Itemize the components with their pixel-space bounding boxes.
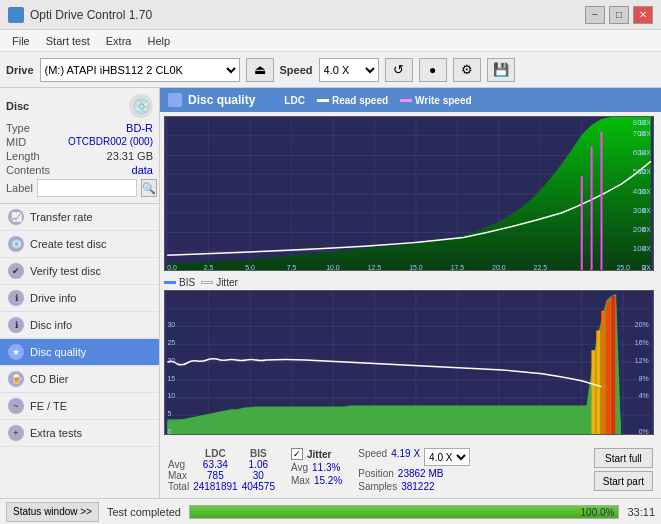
svg-text:12X: 12X: [639, 168, 652, 175]
window-controls: − □ ✕: [585, 6, 653, 24]
svg-text:25.0: 25.0: [616, 264, 630, 271]
svg-text:17.5: 17.5: [451, 264, 465, 271]
samples-value: 381222: [401, 481, 434, 492]
ldc-total: 24181891: [193, 481, 238, 492]
type-value: BD-R: [126, 122, 153, 134]
app-icon: [8, 7, 24, 23]
svg-rect-78: [611, 296, 615, 434]
drive-label: Drive: [6, 64, 34, 76]
sidebar-item-verify-test-disc[interactable]: ✔ Verify test disc: [0, 258, 159, 285]
close-button[interactable]: ✕: [633, 6, 653, 24]
minimize-button[interactable]: −: [585, 6, 605, 24]
speed-position-stats: Speed 4.19 X 4.0 X Position 23862 MB Sam…: [358, 448, 470, 492]
max-label: Max: [168, 470, 189, 481]
settings-button[interactable]: ⚙: [453, 58, 481, 82]
menu-start-test[interactable]: Start test: [38, 33, 98, 49]
jitter-checkbox[interactable]: ✓: [291, 448, 303, 460]
disc-label-btn[interactable]: 🔍: [141, 179, 157, 197]
ldc-color: [269, 99, 281, 102]
burn-button[interactable]: ●: [419, 58, 447, 82]
position-label: Position: [358, 468, 394, 479]
menubar: File Start test Extra Help: [0, 30, 661, 52]
svg-text:0.0: 0.0: [167, 264, 177, 271]
refresh-button[interactable]: ↺: [385, 58, 413, 82]
sidebar-label-drive-info: Drive info: [30, 292, 76, 304]
svg-text:5: 5: [167, 410, 171, 417]
svg-text:8%: 8%: [639, 375, 649, 382]
speed-stat-select[interactable]: 4.0 X: [424, 448, 470, 466]
length-value: 23.31 GB: [107, 150, 153, 162]
sidebar-item-disc-quality[interactable]: ★ Disc quality: [0, 339, 159, 366]
svg-rect-76: [601, 311, 605, 434]
save-button[interactable]: 💾: [487, 58, 515, 82]
menu-extra[interactable]: Extra: [98, 33, 140, 49]
toolbar: Drive (M:) ATAPI iHBS112 2 CL0K ⏏ Speed …: [0, 52, 661, 88]
sidebar-label-extra-tests: Extra tests: [30, 427, 82, 439]
start-part-button[interactable]: Start part: [594, 471, 653, 491]
ldc-avg: 63.34: [193, 459, 238, 470]
legend-write-speed: Write speed: [400, 95, 472, 106]
chart2-legend: BIS Jitter: [164, 277, 657, 288]
svg-text:25: 25: [167, 339, 175, 346]
charts-container: 0 100 200 300 400 500 600 700 800 2X 4X …: [160, 112, 661, 498]
legend-read-speed: Read speed: [317, 95, 388, 106]
svg-rect-74: [591, 350, 595, 434]
type-label: Type: [6, 122, 30, 134]
fe-te-icon: ~: [8, 398, 24, 414]
bottom-chart-svg: 0 5 10 15 20 25 30 0% 4% 8% 12% 16% 20% …: [164, 290, 654, 435]
speed-stat-value: 4.19 X: [391, 448, 420, 466]
sidebar-label-disc-quality: Disc quality: [30, 346, 86, 358]
titlebar: Opti Drive Control 1.70 − □ ✕: [0, 0, 661, 30]
start-full-button[interactable]: Start full: [594, 448, 653, 468]
sidebar-item-drive-info[interactable]: ℹ Drive info: [0, 285, 159, 312]
contents-value: data: [132, 164, 153, 176]
drive-select[interactable]: (M:) ATAPI iHBS112 2 CL0K: [40, 58, 240, 82]
status-time: 33:11: [627, 506, 655, 518]
svg-text:8X: 8X: [642, 207, 651, 214]
menu-help[interactable]: Help: [139, 33, 178, 49]
bis-color-swatch: [164, 281, 176, 284]
top-chart: 0 100 200 300 400 500 600 700 800 2X 4X …: [164, 116, 657, 273]
status-window-button[interactable]: Status window >>: [6, 502, 99, 522]
avg-label: Avg: [168, 459, 189, 470]
bis-total: 404575: [242, 481, 275, 492]
svg-text:16X: 16X: [639, 130, 652, 137]
ldc-header: LDC: [193, 448, 238, 459]
svg-text:20: 20: [167, 357, 175, 364]
disc-title: Disc: [6, 100, 29, 112]
sidebar-label-verify-test-disc: Verify test disc: [30, 265, 101, 277]
disc-label-label: Label: [6, 182, 33, 194]
sidebar-item-cd-bier[interactable]: 🍺 CD Bier: [0, 366, 159, 393]
svg-rect-75: [596, 330, 600, 434]
jitter-avg-value: 11.3%: [312, 462, 340, 473]
sidebar-item-disc-info[interactable]: ℹ Disc info: [0, 312, 159, 339]
position-value: 23862 MB: [398, 468, 444, 479]
jitter-color-swatch: [201, 281, 213, 284]
eject-button[interactable]: ⏏: [246, 58, 274, 82]
disc-label-input[interactable]: [37, 179, 137, 197]
svg-text:10.0: 10.0: [326, 264, 340, 271]
transfer-rate-icon: 📈: [8, 209, 24, 225]
svg-text:0: 0: [167, 428, 171, 435]
svg-text:12%: 12%: [635, 357, 649, 364]
sidebar-item-create-test-disc[interactable]: 💿 Create test disc: [0, 231, 159, 258]
svg-text:6X: 6X: [642, 226, 651, 233]
svg-text:15.0: 15.0: [409, 264, 423, 271]
menu-file[interactable]: File: [4, 33, 38, 49]
svg-text:16%: 16%: [635, 339, 649, 346]
sidebar-item-transfer-rate[interactable]: 📈 Transfer rate: [0, 204, 159, 231]
app-title: Opti Drive Control 1.70: [30, 8, 585, 22]
chart-header: Disc quality LDC Read speed Write speed: [160, 88, 661, 112]
statusbar: Status window >> Test completed 100.0% 3…: [0, 498, 661, 524]
speed-select[interactable]: 4.0 X: [319, 58, 379, 82]
maximize-button[interactable]: □: [609, 6, 629, 24]
sidebar-item-extra-tests[interactable]: + Extra tests: [0, 420, 159, 447]
sidebar-item-fe-te[interactable]: ~ FE / TE: [0, 393, 159, 420]
sidebar-label-fe-te: FE / TE: [30, 400, 67, 412]
jitter-max-label: Max: [291, 475, 310, 486]
mid-label: MID: [6, 136, 26, 148]
bis-legend-label: BIS: [179, 277, 195, 288]
svg-text:20%: 20%: [635, 321, 649, 328]
legend-ldc: LDC: [269, 95, 305, 106]
svg-text:12.5: 12.5: [368, 264, 382, 271]
